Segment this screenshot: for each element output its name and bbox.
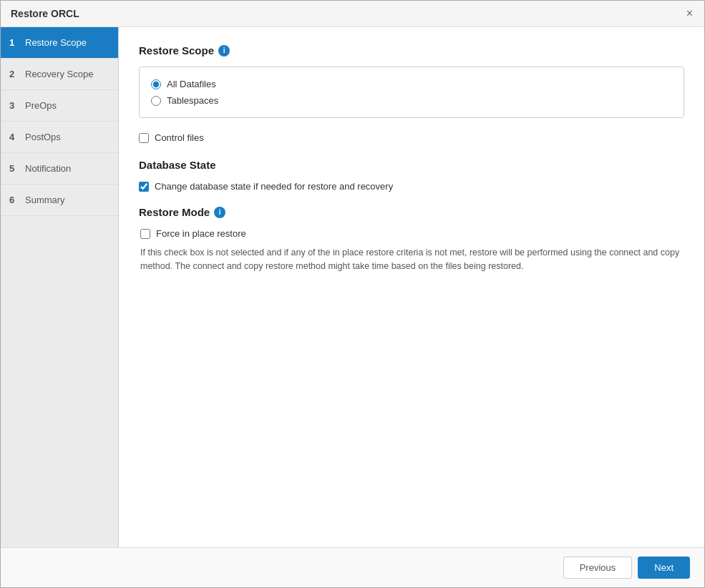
sidebar-label-preops: PreOps	[25, 100, 57, 111]
db-state-check[interactable]: Change database state if needed for rest…	[139, 181, 684, 192]
dialog-footer: Previous Next	[1, 547, 704, 587]
database-state-title: Database State	[139, 159, 684, 171]
sidebar-label-postops: PostOps	[25, 132, 61, 142]
force-restore-checkbox[interactable]	[140, 229, 150, 239]
restore-mode-info-icon[interactable]: i	[214, 207, 225, 218]
force-restore-hint: If this check box is not selected and if…	[140, 246, 684, 273]
sidebar: 1 Restore Scope 2 Recovery Scope 3 PreOp…	[1, 27, 119, 547]
dialog-titlebar: Restore ORCL ×	[1, 1, 704, 27]
database-state-section: Database State Change database state if …	[139, 159, 684, 192]
step-num-3: 3	[9, 100, 19, 111]
db-state-checkbox[interactable]	[139, 182, 149, 192]
restore-scope-radio-group: All Datafiles Tablespaces	[139, 67, 684, 118]
main-content: Restore Scope i All Datafiles Tablespace…	[119, 27, 704, 547]
restore-mode-title: Restore Mode i	[139, 206, 684, 218]
restore-mode-section: Restore Mode i Force in place restore If…	[139, 206, 684, 273]
previous-button[interactable]: Previous	[563, 557, 633, 579]
close-button[interactable]: ×	[685, 8, 694, 19]
step-num-2: 2	[9, 69, 19, 79]
restore-scope-title: Restore Scope i	[139, 44, 684, 57]
radio-option-tablespaces[interactable]: Tablespaces	[151, 92, 672, 109]
force-restore-label: Force in place restore	[156, 228, 246, 239]
radio-option-all-datafiles[interactable]: All Datafiles	[151, 76, 672, 92]
dialog-title: Restore ORCL	[11, 8, 79, 19]
sidebar-item-recovery-scope[interactable]: 2 Recovery Scope	[1, 59, 118, 90]
sidebar-item-restore-scope[interactable]: 1 Restore Scope	[1, 27, 118, 59]
sidebar-label-notification: Notification	[25, 163, 71, 174]
step-num-1: 1	[9, 37, 19, 48]
restore-dialog: Restore ORCL × 1 Restore Scope 2 Recover…	[0, 0, 705, 588]
control-files-label: Control files	[155, 132, 204, 143]
tablespaces-radio[interactable]	[151, 96, 161, 106]
sidebar-item-notification[interactable]: 5 Notification	[1, 153, 118, 185]
restore-scope-info-icon[interactable]: i	[218, 45, 230, 57]
db-state-label: Change database state if needed for rest…	[155, 181, 393, 192]
dialog-body: 1 Restore Scope 2 Recovery Scope 3 PreOp…	[1, 27, 704, 547]
sidebar-item-summary[interactable]: 6 Summary	[1, 185, 118, 216]
all-datafiles-radio[interactable]	[151, 79, 161, 89]
all-datafiles-label: All Datafiles	[167, 79, 216, 89]
sidebar-label-restore-scope: Restore Scope	[25, 37, 87, 48]
tablespaces-label: Tablespaces	[167, 95, 218, 106]
sidebar-item-postops[interactable]: 4 PostOps	[1, 122, 118, 153]
control-files-checkbox[interactable]	[139, 133, 149, 143]
step-num-5: 5	[9, 163, 19, 174]
force-restore-check[interactable]: Force in place restore	[140, 228, 684, 239]
step-num-4: 4	[9, 132, 19, 142]
sidebar-label-recovery-scope: Recovery Scope	[25, 69, 93, 79]
step-num-6: 6	[9, 195, 19, 205]
next-button[interactable]: Next	[638, 557, 690, 579]
sidebar-label-summary: Summary	[25, 195, 65, 205]
sidebar-item-preops[interactable]: 3 PreOps	[1, 90, 118, 122]
control-files-option[interactable]: Control files	[139, 129, 684, 146]
